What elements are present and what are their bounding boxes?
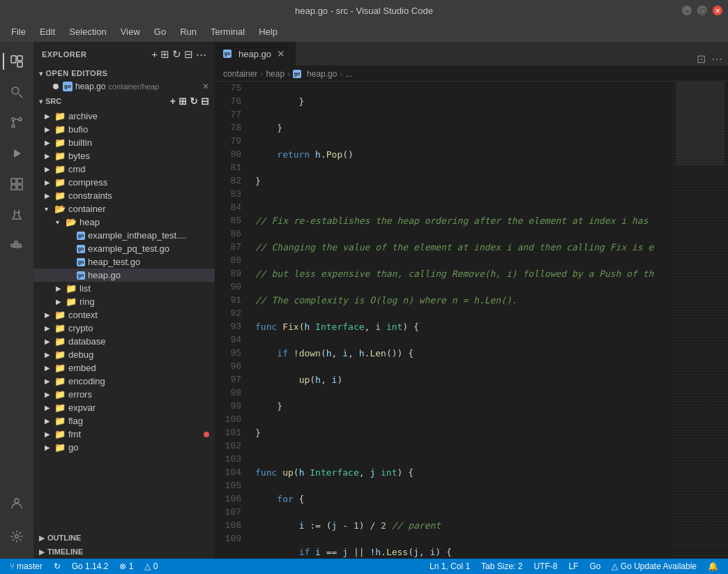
sidebar-item-heap-test[interactable]: go heap_test.go	[33, 255, 215, 269]
language-status[interactable]: Go	[585, 559, 605, 574]
account-activity-icon[interactable]	[3, 489, 31, 517]
timeline-section[interactable]: ▶ Timeline	[33, 545, 215, 559]
new-folder-icon[interactable]: ⊞	[160, 48, 169, 61]
branch-status[interactable]: ⑂ master	[6, 559, 47, 574]
sidebar-item-example-pq[interactable]: go example_pq_test.go	[33, 242, 215, 255]
breadcrumb-container[interactable]: container	[223, 69, 257, 79]
more-tab-actions-icon[interactable]: ⋯	[711, 52, 722, 66]
folder-chevron: ▾	[45, 205, 54, 213]
sidebar-item-container[interactable]: ▾ 📂 container	[33, 202, 215, 216]
explorer-activity-icon[interactable]	[3, 47, 31, 75]
sidebar-item-errors[interactable]: ▶ 📁 errors	[33, 388, 215, 401]
menu-help[interactable]: Help	[253, 24, 283, 40]
sidebar-item-builtin[interactable]: ▶ 📁 builtin	[33, 136, 215, 149]
svg-line-4	[19, 94, 22, 98]
breadcrumb-go-icon: go	[293, 70, 301, 78]
folder-chevron: ▶	[45, 430, 54, 438]
sidebar-item-bufio[interactable]: ▶ 📁 bufio	[33, 123, 215, 136]
sidebar-item-encoding[interactable]: ▶ 📁 encoding	[33, 375, 215, 388]
sidebar-item-cmd[interactable]: ▶ 📁 cmd	[33, 163, 215, 176]
collapse-icon[interactable]: ⊟	[184, 48, 193, 61]
sidebar-item-debug[interactable]: ▶ 📁 debug	[33, 348, 215, 361]
sidebar-item-database[interactable]: ▶ 📁 database	[33, 335, 215, 348]
breadcrumb-heap-go[interactable]: heap.go	[307, 69, 337, 79]
sidebar-item-go[interactable]: ▶ 📁 go	[33, 441, 215, 454]
sidebar-item-expvar[interactable]: ▶ 📁 expvar	[33, 401, 215, 414]
docker-activity-icon[interactable]	[3, 232, 31, 259]
warnings-status[interactable]: △ 0	[140, 559, 162, 574]
folder-chevron: ▶	[45, 324, 54, 332]
warnings-label: △ 0	[144, 561, 158, 571]
breadcrumb-ellipsis[interactable]: ...	[345, 69, 352, 79]
open-editor-heap-go[interactable]: go heap.go container/heap ✕	[33, 80, 215, 93]
sidebar-item-crypto[interactable]: ▶ 📁 crypto	[33, 322, 215, 335]
test-activity-icon[interactable]	[3, 201, 31, 229]
source-control-activity-icon[interactable]	[3, 109, 31, 137]
menu-go[interactable]: Go	[149, 24, 172, 40]
src-header[interactable]: ▾ SRC + ⊞ ↻ ⊟	[33, 93, 215, 109]
folder-label: context	[68, 310, 209, 320]
menu-selection[interactable]: Selection	[63, 24, 112, 40]
split-editor-icon[interactable]: ⊡	[697, 52, 706, 66]
menu-edit[interactable]: Edit	[34, 24, 61, 40]
close-button[interactable]: ✕	[713, 6, 722, 15]
sidebar-item-embed[interactable]: ▶ 📁 embed	[33, 361, 215, 375]
svg-rect-17	[15, 241, 17, 243]
src-chevron: ▾	[39, 98, 43, 105]
tab-label: heap.go	[238, 49, 271, 59]
tab-size-status[interactable]: Tab Size: 2	[477, 559, 526, 574]
menu-view[interactable]: View	[115, 24, 146, 40]
sidebar-item-ring[interactable]: ▶ 📁 ring	[33, 295, 215, 308]
breadcrumb-heap[interactable]: heap	[266, 69, 285, 79]
new-folder-src-icon[interactable]: ⊞	[179, 96, 187, 107]
sidebar-item-heap-go[interactable]: go heap.go	[33, 269, 215, 282]
sidebar-item-fmt[interactable]: ▶ 📁 fmt	[33, 428, 215, 441]
open-editors-header[interactable]: ▾ OPEN EDITORS	[33, 66, 215, 80]
folder-chevron: ▾	[56, 218, 66, 226]
go-update-label: △ Go Update Available	[612, 561, 697, 571]
sidebar-item-compress[interactable]: ▶ 📁 compress	[33, 176, 215, 189]
folder-chevron: ▶	[56, 285, 66, 292]
menu-file[interactable]: File	[6, 24, 31, 40]
collapse-src-icon[interactable]: ⊟	[201, 96, 209, 107]
run-debug-activity-icon[interactable]	[3, 139, 31, 167]
line-ending-status[interactable]: LF	[564, 559, 582, 574]
encoding-status[interactable]: UTF-8	[529, 559, 561, 574]
code-content[interactable]: } } return h.Pop() } // Fix re-establish…	[250, 82, 672, 559]
go-update-status[interactable]: △ Go Update Available	[607, 559, 701, 574]
sidebar-item-constraints[interactable]: ▶ 📁 constraints	[33, 189, 215, 202]
new-file-src-icon[interactable]: +	[170, 96, 176, 107]
sidebar-item-heap-folder[interactable]: ▾ 📂 heap	[33, 216, 215, 229]
settings-activity-icon[interactable]	[3, 522, 31, 550]
sidebar-item-list[interactable]: ▶ 📁 list	[33, 282, 215, 295]
sidebar-item-archive[interactable]: ▶ 📁 archive	[33, 109, 215, 123]
sync-status[interactable]: ↻	[50, 559, 65, 574]
close-editor-icon[interactable]: ✕	[202, 82, 209, 91]
errors-status[interactable]: ⊗ 1	[115, 559, 137, 574]
svg-rect-15	[15, 244, 17, 246]
refresh-src-icon[interactable]: ↻	[190, 96, 198, 107]
new-file-icon[interactable]: +	[151, 48, 158, 61]
outline-section[interactable]: ▶ Outline	[33, 531, 215, 545]
sidebar-item-bytes[interactable]: ▶ 📁 bytes	[33, 149, 215, 163]
folder-icon: 📁	[66, 296, 77, 307]
search-activity-icon[interactable]	[3, 78, 31, 106]
sidebar-item-context[interactable]: ▶ 📁 context	[33, 308, 215, 322]
sidebar-item-flag[interactable]: ▶ 📁 flag	[33, 414, 215, 428]
extensions-activity-icon[interactable]	[3, 170, 31, 198]
maximize-button[interactable]: ▢	[697, 6, 707, 15]
sidebar-item-example-intheap[interactable]: go example_intheap_test....	[33, 229, 215, 242]
minimap-content	[672, 82, 728, 559]
folder-label: expvar	[68, 402, 209, 413]
minimize-button[interactable]: –	[682, 6, 692, 15]
refresh-icon[interactable]: ↻	[172, 48, 181, 61]
menu-terminal[interactable]: Terminal	[205, 24, 250, 40]
go-version-status[interactable]: Go 1.14.2	[68, 559, 113, 574]
folder-icon: 📁	[54, 164, 66, 174]
more-actions-icon[interactable]: ⋯	[196, 48, 206, 61]
notifications-icon[interactable]: 🔔	[704, 559, 722, 574]
menu-run[interactable]: Run	[174, 24, 202, 40]
position-status[interactable]: Ln 1, Col 1	[425, 559, 474, 574]
tab-close-icon[interactable]: ✕	[275, 48, 287, 59]
tab-heap-go[interactable]: go heap.go ✕	[215, 42, 296, 66]
